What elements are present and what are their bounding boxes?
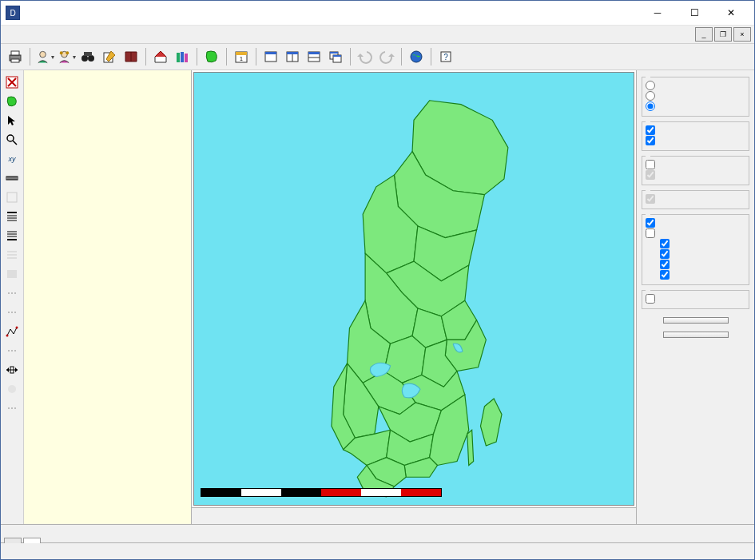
svg-rect-18 <box>265 52 276 54</box>
person-male-button[interactable] <box>35 47 54 66</box>
check-kyrkors-namn[interactable] <box>646 136 745 145</box>
tab-karta[interactable] <box>23 538 41 543</box>
circle-dim-icon <box>3 380 21 398</box>
home-button[interactable] <box>151 47 170 66</box>
mdi-window-controls: _ ❐ × <box>693 27 751 42</box>
svg-rect-9 <box>84 52 92 56</box>
mdi-minimize-button[interactable]: _ <box>695 27 713 42</box>
map-shape-icon[interactable] <box>3 93 21 110</box>
check-bildlager-3[interactable] <box>660 260 745 269</box>
maximize-button[interactable]: ☐ <box>676 1 713 25</box>
check-visa-rubrik <box>646 194 745 204</box>
xy-icon[interactable]: xy <box>3 150 21 168</box>
app-window: D ─ ☐ ✕ _ ❐ × 1 <box>0 0 755 560</box>
close-panel-button[interactable] <box>663 317 729 324</box>
svg-text:1: 1 <box>240 56 243 62</box>
menu-arkiv[interactable] <box>4 33 17 36</box>
svg-point-29 <box>411 51 422 62</box>
redo-button[interactable] <box>377 47 396 66</box>
check-visa-kartdata[interactable] <box>646 228 745 238</box>
svg-point-6 <box>66 51 69 54</box>
align-h-icon[interactable] <box>3 361 21 379</box>
close-x-icon[interactable] <box>3 73 21 91</box>
titlebar: D ─ ☐ ✕ <box>1 1 754 26</box>
lines-top-icon[interactable] <box>3 208 21 225</box>
window-split-h-button[interactable] <box>304 47 324 66</box>
radio-lansgrans[interactable] <box>646 81 745 90</box>
document-tabs <box>1 524 754 542</box>
help-button[interactable]: ? <box>436 47 455 66</box>
check-bildlager-2[interactable] <box>660 249 745 259</box>
print-button[interactable] <box>6 47 25 66</box>
sweden-map <box>194 73 634 505</box>
map-area <box>192 70 636 524</box>
path-tool-icon[interactable] <box>3 323 21 340</box>
mdi-restore-button[interactable]: ❐ <box>714 27 732 42</box>
tab-family-overview[interactable] <box>4 538 22 543</box>
menu-sok[interactable] <box>55 33 68 36</box>
tree-panel[interactable] <box>24 70 192 524</box>
map-green-button[interactable] <box>202 47 221 66</box>
menu-skapa[interactable] <box>30 33 42 36</box>
menu-fonster[interactable] <box>81 33 93 36</box>
books-colored-button[interactable] <box>173 47 192 66</box>
svg-point-61 <box>16 327 18 329</box>
svg-point-3 <box>40 51 46 58</box>
window-cascade-button[interactable] <box>326 47 345 66</box>
svg-point-60 <box>6 335 9 337</box>
mdi-close-button[interactable]: × <box>733 27 751 42</box>
svg-point-33 <box>7 135 14 141</box>
svg-rect-1 <box>11 51 19 55</box>
check-registrerade-orter[interactable] <box>646 160 745 169</box>
radio-forsgrans[interactable] <box>646 101 745 111</box>
placeholder-icon-1 <box>3 189 21 206</box>
svg-line-34 <box>13 141 17 145</box>
check-bildlager-1[interactable] <box>660 239 745 248</box>
menu-redigera[interactable] <box>17 33 30 36</box>
check-kyrksymboler[interactable] <box>646 125 745 135</box>
edit-note-button[interactable] <box>100 47 119 66</box>
statusbar <box>1 542 754 559</box>
calendar-button[interactable]: 1 <box>232 47 251 66</box>
svg-rect-12 <box>181 52 184 62</box>
svg-rect-27 <box>330 52 338 54</box>
svg-rect-20 <box>287 52 298 54</box>
book-button[interactable] <box>121 47 141 66</box>
toolbar: 1 ? <box>1 44 754 70</box>
window-split-v-button[interactable] <box>283 47 302 66</box>
minimize-button[interactable]: ─ <box>639 1 676 25</box>
placeholder-icon-3: ⋯ <box>3 304 21 321</box>
binoculars-button[interactable] <box>78 47 97 66</box>
window-single-button[interactable] <box>261 47 280 66</box>
check-refererade-ortnamn <box>646 170 745 180</box>
radio-kommungrans[interactable] <box>646 91 745 101</box>
lines-bottom-icon[interactable] <box>3 227 21 244</box>
svg-point-8 <box>88 55 94 62</box>
check-lage-markor[interactable] <box>646 294 745 304</box>
scale-bar <box>201 487 442 497</box>
pointer-icon[interactable] <box>3 112 21 129</box>
menu-visa[interactable] <box>42 33 55 36</box>
map-canvas[interactable] <box>193 72 634 506</box>
left-toolbar: xy ⋯ ⋯ ⋯ ⋯ <box>1 70 24 524</box>
underlag-group <box>642 214 749 285</box>
svg-point-64 <box>8 385 16 393</box>
zoom-icon[interactable] <box>3 131 21 149</box>
barcode-icon <box>3 265 21 283</box>
menu-verktyg[interactable] <box>68 33 81 36</box>
svg-rect-42 <box>7 193 17 202</box>
check-bildlager-4[interactable] <box>660 270 745 280</box>
check-visa-valda-kartor[interactable] <box>646 218 745 228</box>
menubar: _ ❐ × <box>1 26 754 44</box>
undo-button[interactable] <box>356 47 375 66</box>
svg-rect-13 <box>185 54 188 62</box>
person-female-button[interactable] <box>57 47 76 66</box>
globe-button[interactable] <box>407 47 426 66</box>
rubrik-group <box>642 190 749 209</box>
close-button[interactable]: ✕ <box>713 1 749 25</box>
help-panel-button[interactable] <box>663 332 729 338</box>
menu-hjalp[interactable] <box>93 33 106 36</box>
svg-rect-15 <box>236 52 247 55</box>
ruler-icon[interactable] <box>3 169 21 187</box>
svg-point-5 <box>60 51 63 54</box>
